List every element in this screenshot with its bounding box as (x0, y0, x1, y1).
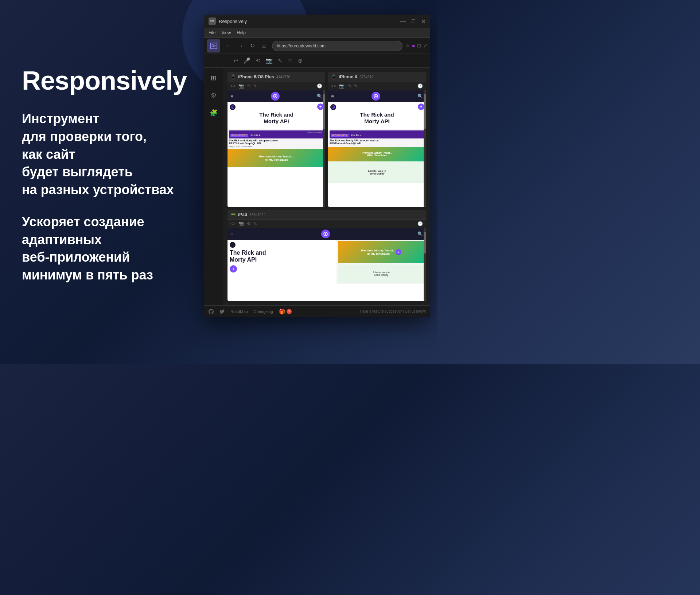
menu-view[interactable]: View (221, 30, 231, 35)
touch-icon[interactable]: ☞ (288, 57, 293, 64)
right-panel: Rr Responsively — □ ✕ File View Help Rr … (204, 0, 438, 364)
svg-point-3 (232, 107, 233, 108)
app-window: Rr Responsively — □ ✕ File View Help Rr … (204, 15, 430, 317)
scrollbar-ipad[interactable] (424, 228, 426, 301)
site-hero-title-678: The Rick andMorty API (230, 111, 323, 125)
rotate-icon[interactable]: ⟲ (256, 57, 260, 64)
ipad-main-content: The Rick andMorty API + (228, 240, 335, 284)
site-favicon-678 (230, 104, 236, 110)
site-nav-ipad: ≡ 🔍 (228, 228, 426, 240)
bottom-github[interactable] (209, 309, 214, 314)
devtool-edit-x[interactable]: ✎ (354, 83, 358, 89)
site-logo-x (372, 92, 380, 101)
devtool-code-678[interactable]: <> (230, 83, 236, 89)
maximize-button[interactable]: □ (412, 18, 415, 24)
add-btn-ipad[interactable]: + (230, 265, 237, 273)
menu-help[interactable]: Help (237, 30, 246, 35)
undo-icon[interactable]: ↩ (233, 57, 238, 64)
device-size-ipad: 768x1024 (249, 213, 265, 217)
device-preview-ipad: ≡ 🔍 The Rick andMorty API (228, 228, 426, 301)
svg-point-7 (333, 107, 334, 108)
device-preview-x: ≡ 🔍 The Rick an (328, 90, 426, 207)
bottom-changelog[interactable]: Changelog (254, 309, 273, 314)
site-logo-circle-678 (271, 92, 280, 101)
devtool-rotate-ipad[interactable]: ⟲ (247, 221, 250, 226)
description-text-2: Ускоряет создание адаптивных веб-приложе… (22, 213, 233, 284)
device-header-iphone-678: 📱 iPhone 6/7/8 Plus 414x736 (228, 72, 325, 82)
devtool-clock-678[interactable]: 🕐 (317, 83, 322, 89)
ipad-side-content: Premium Money Transf...HTML Templates + … (337, 240, 426, 284)
device-preview-678: ≡ 🔍 The Rick an (228, 90, 325, 207)
mic-icon[interactable]: 🎤 (243, 57, 250, 64)
device-name-iphone-678: iPhone 6/7/8 Plus (238, 74, 274, 79)
back-button[interactable]: ← (224, 41, 234, 51)
devtool-edit-678[interactable]: ✎ (253, 83, 257, 89)
sidebar-puzzle-icon[interactable]: 🧩 (207, 106, 220, 120)
phone-icon-678: 📱 (230, 74, 236, 79)
tablet-icon-ipad: 📟 (230, 212, 236, 217)
toolbar-logo-text: Rr (210, 43, 217, 49)
site-favicon-x (330, 104, 336, 110)
site-nav-x: ≡ 🔍 (328, 90, 426, 102)
site-favicon-ipad (230, 242, 236, 248)
devtool-clock-ipad[interactable]: 🕐 (417, 221, 423, 226)
devtool-code-x[interactable]: <> (331, 83, 336, 89)
device-tools-678: <> 📷 ⟲ ✎ 🕐 (228, 82, 325, 90)
forward-button[interactable]: → (236, 41, 246, 51)
devtool-rotate-678[interactable]: ⟲ (247, 83, 250, 89)
cursor-icon[interactable]: ↖ (278, 57, 283, 64)
devtool-rotate-x[interactable]: ⟲ (347, 83, 351, 89)
site-hero-title-ipad: The Rick andMorty API (230, 249, 333, 263)
sidebar-settings-icon[interactable]: ⚙ (207, 89, 220, 102)
gift-badge: 3 (287, 309, 292, 314)
bottom-bar: RoadMap Changelog 🎁 3 Have a feature sug… (204, 305, 430, 317)
device-panel-ipad: 📟 iPad 768x1024 <> 📷 ⟲ ✎ 🕐 ≡ (228, 210, 426, 301)
bottom-gift[interactable]: 🎁 3 (279, 309, 292, 314)
bottom-roadmap[interactable]: RoadMap (230, 309, 248, 314)
zoom-icon[interactable]: ⊕ (298, 57, 303, 64)
search-icon-x: 🔍 (417, 94, 423, 99)
devtool-clock-x[interactable]: 🕐 (417, 83, 423, 89)
home-button[interactable]: ⌂ (259, 41, 269, 51)
site-logo-678 (271, 92, 280, 101)
devtool-cam-678[interactable]: 📷 (238, 83, 244, 89)
bottom-twitter[interactable] (219, 309, 225, 314)
devtool-edit-ipad[interactable]: ✎ (253, 221, 257, 226)
device-tools-x: <> 📷 ⟲ ✎ 🕐 (328, 82, 426, 90)
app-layout: ⊞ ⚙ 🧩 📱 iPhone 6/7/8 Plus 414x736 <> 📷 (204, 68, 430, 305)
url-bar[interactable]: https://ourcodeworld.com (272, 41, 402, 51)
url-text: https://ourcodeworld.com (277, 43, 326, 48)
hamburger-icon-ipad: ≡ (230, 231, 233, 237)
phone-icon-x: 📱 (331, 74, 337, 79)
description-block-1: Инструмент для проверки того, как сайт б… (22, 110, 233, 199)
site-logo-ipad (321, 230, 330, 238)
device-header-ipad: 📟 iPad 768x1024 (228, 210, 426, 220)
toolbar: Rr ← → ↻ ⌂ https://ourcodeworld.com ☆ ■ … (204, 38, 430, 54)
star-icon[interactable]: ☆ (405, 43, 410, 48)
scrollbar-x[interactable] (424, 90, 426, 207)
device-size-iphone-678: 414x736 (276, 75, 290, 79)
window-controls[interactable]: — □ ✕ (400, 18, 426, 25)
description-block-2: Ускоряет создание адаптивных веб-приложе… (22, 213, 233, 284)
devtool-code-ipad[interactable]: <> (230, 221, 236, 226)
devtool-cam-ipad[interactable]: 📷 (238, 221, 244, 226)
sidebar: ⊞ ⚙ 🧩 (204, 68, 223, 305)
device-header-iphonex: 📱 iPhone X 375x812 (328, 72, 426, 82)
scrollbar-678[interactable] (323, 90, 325, 207)
description-text-1: Инструмент для проверки того, как сайт б… (22, 110, 233, 199)
close-button[interactable]: ✕ (421, 18, 426, 25)
menu-file[interactable]: File (209, 30, 215, 35)
site-logo-circle-x (372, 92, 380, 101)
ext-icon-2: ⊡ (417, 43, 421, 48)
screenshot-icon[interactable]: 📷 (265, 57, 273, 64)
site-logo-circle-ipad (321, 230, 330, 238)
sidebar-devices-icon[interactable]: ⊞ (207, 71, 220, 85)
content-area: 📱 iPhone 6/7/8 Plus 414x736 <> 📷 ⟲ ✎ 🕐 ≡ (223, 68, 430, 305)
window-title-left: Rr Responsively (209, 17, 247, 25)
devtool-cam-x[interactable]: 📷 (339, 83, 345, 89)
add-btn-ipad-side[interactable]: + (396, 249, 401, 255)
tools-bar: ↩ 🎤 ⟲ 📷 ↖ ☞ ⊕ (204, 54, 430, 68)
refresh-button[interactable]: ↻ (247, 41, 257, 51)
minimize-button[interactable]: — (400, 18, 406, 24)
window-menubar: File View Help (204, 28, 430, 38)
